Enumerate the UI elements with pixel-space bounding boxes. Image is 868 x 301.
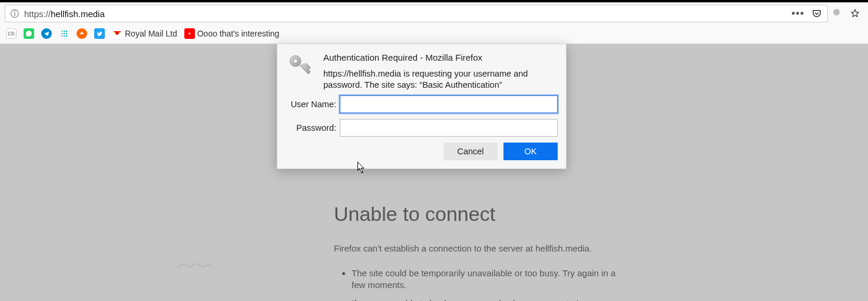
bookmark-icon: Cb: [6, 28, 16, 39]
svg-point-1: [14, 11, 15, 12]
pocket-icon[interactable]: [811, 8, 823, 19]
youtube-icon: [184, 28, 195, 39]
extensions-icon[interactable]: [831, 8, 843, 19]
key-icon: [286, 52, 314, 81]
twitter-icon: [94, 28, 105, 39]
bookmark-star-icon[interactable]: [849, 8, 861, 19]
telegram-icon: [41, 28, 52, 39]
svg-rect-2: [14, 13, 15, 16]
svg-point-11: [66, 35, 68, 37]
bookmark-item[interactable]: Cb: [6, 28, 16, 39]
bookmark-item[interactable]: [94, 28, 105, 39]
svg-point-3: [61, 31, 62, 32]
cancel-button[interactable]: Cancel: [443, 143, 498, 160]
svg-point-10: [64, 35, 65, 37]
page-actions-icon[interactable]: •••: [792, 8, 804, 19]
bookmark-item[interactable]: [41, 28, 52, 39]
username-label: User Name:: [286, 100, 336, 109]
svg-point-6: [61, 33, 62, 34]
bookmark-item[interactable]: Oooo that's interesting: [184, 28, 280, 39]
password-input[interactable]: [340, 119, 558, 137]
bookmark-label: Royal Mail Ltd: [125, 29, 177, 38]
svg-point-8: [66, 33, 68, 35]
url-bar-row: https://hellfish.media •••: [0, 2, 868, 25]
error-bullet-list: The site could be temporarily unavailabl…: [334, 267, 699, 301]
svg-point-4: [64, 31, 65, 32]
url-bar[interactable]: https://hellfish.media •••: [5, 5, 828, 22]
site-info-icon[interactable]: [10, 9, 19, 18]
royalmail-icon: [112, 28, 122, 39]
dialog-title: Authentication Required - Mozilla Firefo…: [323, 52, 558, 62]
username-input[interactable]: [340, 95, 558, 113]
page-content: Unable to connect Firefox can't establis…: [0, 44, 868, 301]
bookmark-label: Oooo that's interesting: [197, 29, 280, 38]
bookmark-item[interactable]: Royal Mail Ltd: [112, 28, 177, 39]
svg-point-13: [293, 59, 297, 63]
error-bullet: If you are unable to load any pages, che…: [352, 297, 622, 302]
svg-point-7: [64, 33, 65, 34]
password-label: Password:: [286, 123, 336, 133]
bookmarks-toolbar: Cb Royal Mail Ltd Oooo that's interestin…: [0, 25, 868, 44]
feedly-icon: [77, 28, 87, 39]
url-actions: •••: [792, 8, 823, 19]
url-scheme: https://: [24, 9, 51, 19]
auth-dialog: Authentication Required - Mozilla Firefo…: [277, 44, 566, 169]
error-lead: Firefox can't establish a connection to …: [334, 243, 699, 253]
browser-chrome: https://hellfish.media ••• Cb Royal Mail: [0, 0, 868, 44]
url-host: hellfish.media: [51, 9, 105, 19]
bookmark-item[interactable]: [24, 28, 34, 39]
whatsapp-icon: [24, 28, 34, 39]
error-bullet: The site could be temporarily unavailabl…: [352, 267, 622, 292]
url-text[interactable]: https://hellfish.media: [24, 9, 787, 19]
ok-button[interactable]: OK: [503, 143, 558, 160]
error-title: Unable to connect: [334, 203, 699, 226]
bookmark-item[interactable]: [59, 28, 69, 39]
error-text-block: Unable to connect Firefox can't establis…: [334, 203, 699, 301]
dialog-message: https://hellfish.media is requesting you…: [323, 68, 558, 91]
bookmark-item[interactable]: [77, 28, 87, 39]
svg-point-9: [61, 35, 62, 37]
svg-point-5: [66, 31, 68, 32]
error-illustration: [169, 203, 310, 301]
toolbar-side-icons: [831, 8, 863, 19]
fitbit-icon: [59, 28, 69, 39]
